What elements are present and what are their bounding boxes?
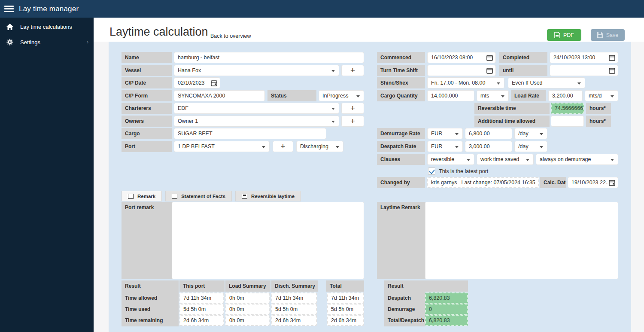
sidebar-item-settings[interactable]: Settings › [0, 36, 94, 49]
additional-time-unit: hours* [586, 116, 611, 127]
results-right-title: Result [384, 280, 468, 292]
demurrage-result: 0 [425, 304, 468, 315]
shinc-shex-select[interactable]: Fri. 17.00 - Mon. 08.00 [427, 77, 504, 88]
row-label: Despatch [384, 292, 425, 304]
even-if-used-select[interactable]: Even If Used [508, 77, 585, 88]
port-select[interactable]: 1 DP BELFAST [174, 141, 270, 152]
add-port-button[interactable]: + [273, 141, 293, 152]
despatch-currency-select[interactable]: EUR [427, 141, 463, 152]
owners-select[interactable]: Owner 1 [174, 116, 339, 127]
port-mode-select[interactable]: Discharging [296, 141, 343, 152]
time-used-total: 5d 5h 0m [327, 304, 364, 315]
cp-date-input[interactable]: 02/10/2023 [174, 77, 220, 88]
port-label: Port [122, 141, 172, 152]
row-label: Time allowed [122, 292, 179, 304]
calendar-icon[interactable] [211, 80, 217, 86]
time-remaining-total: 2d 6h 34m [327, 315, 364, 326]
demurrage-rate-input[interactable]: 6,800.00 [465, 128, 512, 139]
reversible-time-value: 74.56666666 [551, 103, 584, 114]
cargo-label: Cargo [122, 128, 172, 139]
hamburger-menu-icon[interactable] [4, 6, 14, 12]
calendar-icon[interactable] [486, 55, 493, 61]
col-load-summary: Load Summary [225, 280, 270, 292]
clauses-label: Clauses [377, 154, 425, 165]
clauses-reversible-select[interactable]: reversible [427, 154, 474, 165]
name-label: Name [122, 52, 172, 63]
add-vessel-button[interactable]: + [341, 65, 364, 76]
turn-time-shift-input[interactable] [427, 65, 496, 76]
back-to-overview-link[interactable]: Back to overview [210, 33, 251, 39]
until-input[interactable] [550, 65, 618, 76]
row-label: Demurrage [384, 304, 425, 315]
vessel-select[interactable]: Hana Fox [174, 65, 339, 76]
reversible-time-label: Reversible time [474, 103, 550, 114]
latest-port-checkbox[interactable] [428, 168, 435, 175]
clauses-demurrage-select[interactable]: always on demurrage [536, 154, 618, 165]
load-rate-input[interactable]: 3,200.00 [548, 90, 583, 101]
page-header: Laytime calculation Back to overview PDF… [94, 18, 644, 42]
additional-time-input[interactable] [551, 116, 584, 127]
demurrage-rate-label: Demurrage Rate [377, 128, 425, 139]
reversible-laytime-tab-icon [242, 194, 247, 199]
demurrage-per-select[interactable]: /day [514, 128, 547, 139]
row-label: Time used [122, 304, 179, 315]
cargo-quantity-unit-select[interactable]: mts [477, 90, 509, 101]
cargo-quantity-input[interactable]: 14,000.000 [427, 90, 474, 101]
save-button[interactable]: Save [591, 29, 625, 41]
commenced-input[interactable]: 16/10/2023 08:00 [427, 52, 496, 63]
cargo-input[interactable]: SUGAR BEET [174, 128, 326, 139]
despatch-per-select[interactable]: /day [514, 141, 547, 152]
time-remaining-load: 0h 0m [225, 315, 270, 326]
sidebar-item-label: Lay time calculations [20, 24, 72, 30]
changed-by-user: kris garnys [431, 178, 457, 187]
turn-time-shift-label: Turn Time Shift [377, 65, 425, 76]
cp-form-label: C/P Form [122, 90, 172, 101]
calc-date-label: Calc. Date [540, 177, 566, 188]
plus-icon: + [350, 104, 355, 113]
load-rate-label: Load Rate [511, 90, 546, 101]
additional-time-label: Additional time allowed [474, 116, 550, 127]
cp-form-input[interactable]: SYNCOMAXA 2000 [174, 90, 265, 101]
row-label: Time remaining [122, 315, 179, 326]
time-allowed-load: 0h 0m [225, 292, 270, 304]
pdf-button[interactable]: PDF [547, 29, 581, 41]
pdf-file-icon [554, 32, 560, 38]
laytime-remark-label: Laytime Remark [377, 202, 425, 279]
laytime-remark-textarea[interactable] [425, 202, 618, 279]
charterers-label: Charterers [122, 103, 172, 114]
time-allowed-disch: 7d 11h 34m [271, 292, 317, 304]
calc-date-input[interactable]: 19/10/2023 22... [568, 177, 618, 188]
owners-label: Owners [122, 116, 172, 127]
laytime-form-panel: Name hamburg - belfast Vessel Hana Fox +… [109, 42, 631, 332]
load-rate-unit-select[interactable]: mts/d [585, 90, 618, 101]
plus-icon: + [350, 116, 355, 126]
charterers-select[interactable]: EDF [174, 103, 339, 114]
home-icon [6, 23, 14, 30]
page-title: Laytime calculation [109, 25, 208, 39]
latest-port-row: This is the latest port [428, 168, 488, 175]
calendar-icon[interactable] [609, 55, 615, 61]
port-remark-textarea[interactable] [172, 202, 364, 279]
tab-statement-of-facts[interactable]: Statement of Facts [165, 191, 232, 201]
completed-input[interactable]: 24/10/2023 13:00 [550, 52, 618, 63]
add-owner-button[interactable]: + [341, 116, 364, 127]
despatch-rate-input[interactable]: 3,000.00 [465, 141, 512, 152]
name-input[interactable]: hamburg - belfast [174, 52, 364, 63]
calendar-icon[interactable] [609, 180, 615, 186]
calendar-icon[interactable] [486, 67, 493, 74]
tab-remark[interactable]: Remark [122, 191, 162, 201]
status-select[interactable]: InProgress [319, 90, 364, 101]
despatch-rate-label: Despatch Rate [377, 141, 425, 152]
demurrage-currency-select[interactable]: EUR [427, 128, 463, 139]
calendar-icon[interactable] [609, 67, 615, 74]
latest-port-label: This is the latest port [439, 168, 488, 174]
chevron-right-icon: › [87, 39, 88, 45]
tab-reversible-laytime[interactable]: Reversible laytime [235, 191, 301, 201]
last-change-text: Last change: 07/05/2024 16:35 [461, 178, 535, 187]
sidebar-item-laytime-calculations[interactable]: Lay time calculations [0, 20, 94, 33]
clauses-worktime-select[interactable]: work time saved [477, 154, 534, 165]
time-allowed-total: 7d 11h 34m [327, 292, 364, 304]
port-remark-label: Port remark [122, 202, 172, 279]
add-charterer-button[interactable]: + [341, 103, 364, 114]
plus-icon: + [280, 142, 285, 151]
